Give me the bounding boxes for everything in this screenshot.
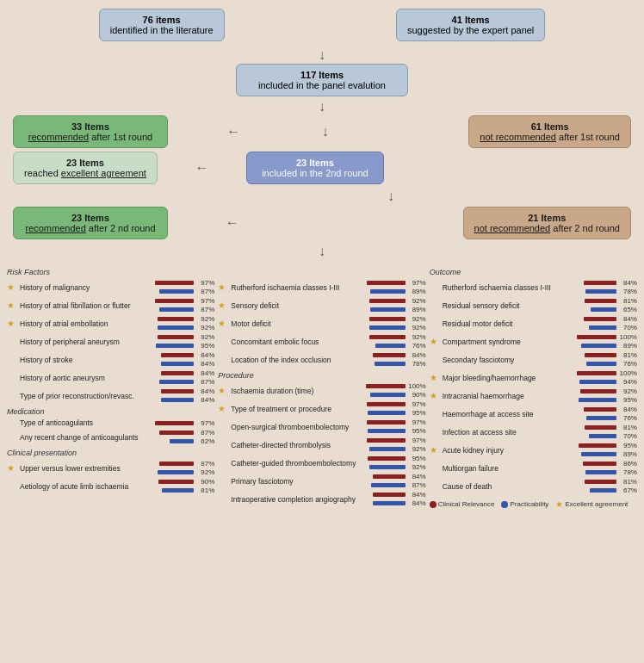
bar-line-blue: 78%: [585, 468, 637, 476]
bar-line-blue: 95%: [579, 396, 637, 404]
bars-pct: 97%87%: [155, 297, 214, 313]
arrow2: ↓: [13, 100, 631, 114]
pct-red: 92%: [407, 297, 426, 305]
bar-line-blue: 95%: [368, 427, 426, 435]
item-label: Motor deficit: [231, 319, 366, 328]
legend-red: Clinical Relevance: [430, 500, 495, 508]
bar-line-blue: 94%: [579, 378, 637, 386]
pct-red: 84%: [407, 351, 426, 359]
box-33: 33 Items recommended after 1st round: [13, 115, 168, 148]
box6-label2: excellent agreement: [61, 168, 146, 178]
item-label: History of aortic aneurysm: [20, 374, 157, 382]
bar-blue: [586, 362, 616, 366]
pct-red: 100%: [618, 333, 637, 341]
box9-count: 21 Items: [528, 213, 566, 223]
pct-red: 95%: [407, 455, 426, 462]
list-item: Open-surgical thromboembolectomy97%95%: [218, 418, 425, 435]
bar-line-red: 81%: [585, 424, 637, 431]
star-icon: ★: [218, 282, 228, 292]
pct-red: 92%: [618, 387, 637, 395]
pct-blue: 70%: [618, 324, 637, 332]
star-icon: ★: [7, 301, 17, 310]
risk-factors-title: Risk Factors: [7, 268, 214, 276]
bar-blue: [585, 470, 616, 474]
pct-blue: 89%: [618, 450, 637, 458]
bar-blue: [158, 470, 194, 474]
list-item: Location of the index occlusion84%78%: [218, 351, 425, 368]
star-icon: ★: [430, 391, 440, 400]
bar-red: [161, 371, 194, 375]
box4-count: 33 Items: [71, 121, 109, 132]
list-item: ★Major bleeding/haemorrhage100%94%: [430, 369, 637, 386]
bars-pct: 95%92%: [368, 455, 426, 471]
bar-blue: [369, 447, 406, 451]
pct-red: 84%: [618, 315, 637, 323]
pct-red: 84%: [618, 279, 637, 287]
bar-red: [577, 335, 616, 339]
legend-row: Clinical Relevance Practicability ★ Exce…: [430, 499, 637, 509]
pct-red: 86%: [618, 460, 637, 468]
bars-pct: 95%89%: [579, 442, 637, 458]
bar-line-blue: 89%: [370, 306, 426, 313]
bar-line-red: 97%: [367, 437, 426, 444]
bar-line-red: 84%: [373, 351, 426, 359]
pct-red: 97%: [407, 279, 426, 287]
pct-blue: 78%: [618, 468, 637, 476]
bars-pct: 86%78%: [583, 460, 637, 476]
bar-line-red: 90%: [158, 478, 214, 486]
item-label: Cause of death: [443, 482, 582, 491]
pct-red: 84%: [195, 351, 214, 359]
bar-line-blue: 95%: [156, 342, 214, 350]
item-label: History of peripheral aneurysm: [20, 338, 153, 346]
bar-blue: [159, 307, 194, 312]
bar-line-blue: 76%: [375, 342, 426, 350]
bars-pct: 84%70%: [584, 315, 637, 332]
bar-line-red: 86%: [583, 460, 637, 468]
pct-blue: 84%: [407, 499, 426, 507]
box9-label2: after 2 nd round: [553, 223, 620, 233]
split-row-2: 23 Items reached excellent agreement ← 2…: [13, 152, 631, 184]
box-expert: 41 Items suggested by the expert panel: [396, 9, 545, 41]
item-label: History of malignancy: [20, 283, 152, 292]
bar-red: [585, 353, 616, 357]
pct-blue: 70%: [618, 432, 637, 440]
bar-red: [585, 425, 616, 430]
item-label: History of stroke: [20, 356, 158, 364]
bar-blue: [370, 289, 406, 294]
bar-line-blue: 92%: [158, 468, 214, 476]
list-item: ★History of malignancy97%87%: [7, 279, 214, 295]
box3-count: 117 Items: [300, 70, 344, 80]
left-column: Risk Factors ★History of malignancy97%87…: [7, 268, 214, 509]
pct-red: 95%: [618, 442, 637, 449]
list-item: ★Intracranial haemorrhage92%95%: [430, 387, 637, 404]
bar-red: [368, 456, 406, 461]
box7-count: 23 Items: [296, 158, 334, 168]
star-icon: ★: [218, 319, 228, 328]
bar-red: [584, 317, 616, 321]
procedure-items: ★Ischaemia duration (time)100%90%★Type o…: [218, 382, 425, 507]
star-icon: ★: [7, 282, 17, 292]
bar-line-red: 97%: [367, 279, 426, 287]
list-item: Intraoperative completion angiography84%…: [218, 491, 425, 507]
pct-blue: 78%: [618, 288, 637, 295]
pct-red: 97%: [407, 400, 426, 408]
bars-pct: 84%87%: [159, 369, 214, 386]
bar-red: [161, 389, 194, 393]
item-label: Infection at access site: [443, 428, 582, 437]
bar-line-red: 97%: [155, 279, 214, 287]
bar-blue: [156, 344, 194, 348]
bar-red: [367, 420, 406, 424]
procedure-title: Procedure: [218, 371, 425, 380]
middle-spacer: [218, 268, 425, 276]
bar-line-blue: 89%: [581, 342, 637, 350]
bar-blue: [370, 393, 406, 397]
bar-red: [155, 299, 194, 303]
list-item: Aetiology of acute limb ischaemia90%81%: [7, 478, 214, 494]
bar-line-blue: 70%: [589, 432, 637, 440]
box8-label1: recommended: [25, 223, 85, 233]
bar-line-red: 97%: [367, 400, 426, 408]
pct-red: 84%: [407, 491, 426, 499]
pct-blue: 95%: [407, 427, 426, 435]
outcome-title: Outcome: [430, 268, 637, 276]
bar-line-blue: 78%: [585, 288, 637, 295]
